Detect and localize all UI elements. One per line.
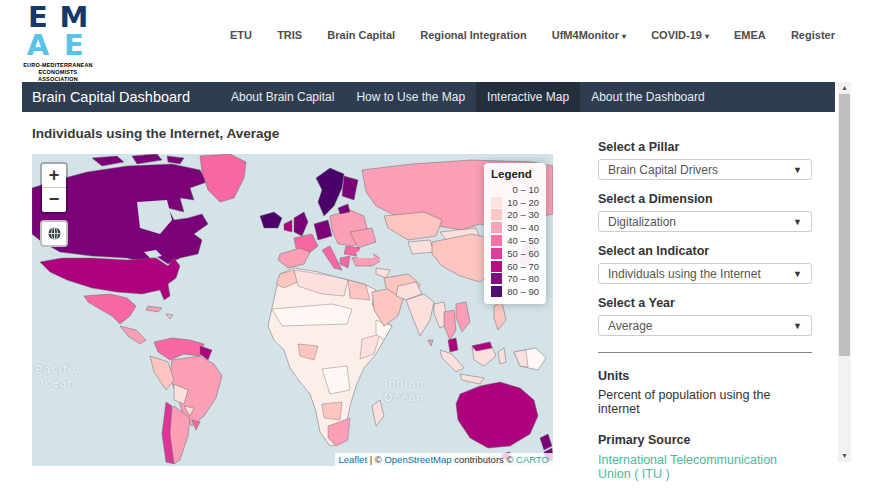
legend-entry-50-60: 50 – 60	[491, 247, 539, 260]
map-region-madagascar[interactable]	[372, 400, 384, 426]
dash-nav-interactive-map[interactable]: Interactive Map	[476, 82, 580, 112]
dash-nav-about-the-dashboard[interactable]: About the Dashboard	[580, 82, 715, 112]
legend-swatch	[491, 197, 502, 208]
legend-entry-20-30: 20 – 30	[491, 209, 539, 222]
map-region-greenland[interactable]	[200, 154, 246, 202]
logo-caption-line2: ECONOMISTS ASSOCIATION	[20, 69, 96, 83]
primary-source-link[interactable]: International Telecommunication Union ( …	[598, 453, 812, 481]
legend-entry-70-80: 70 – 80	[491, 273, 539, 286]
map-region-malaysia[interactable]	[448, 338, 458, 352]
units-heading: Units	[598, 369, 812, 383]
map-region-india[interactable]	[406, 294, 434, 336]
top-nav-etu[interactable]: ETU	[230, 29, 252, 41]
legend-title: Legend	[491, 168, 539, 180]
map-region-iceland[interactable]	[260, 212, 282, 228]
legend-label: 10 – 20	[505, 197, 539, 208]
map-region-levant[interactable]	[376, 268, 390, 278]
top-nav-register[interactable]: Register	[791, 29, 835, 41]
map-region-egypt[interactable]	[348, 280, 370, 300]
chevron-down-icon: ▼	[793, 165, 802, 175]
frame-scrollbar[interactable]: ▲ ▼	[838, 82, 851, 462]
chevron-down-icon: ▼	[793, 269, 802, 279]
sidebar-selects: Select a PillarBrain Capital Drivers▼Sel…	[598, 140, 812, 336]
top-nav-emea[interactable]: EMEA	[734, 29, 766, 41]
top-nav-tris[interactable]: TRIS	[277, 29, 302, 41]
units-value: Percent of population using the internet	[598, 388, 812, 416]
select-select-a-year[interactable]: Average▼	[598, 315, 812, 336]
dash-nav-about-brain-capital[interactable]: About Brain Capital	[220, 82, 345, 112]
logo-letter-0: E	[20, 3, 56, 31]
map-region-italy[interactable]	[322, 246, 342, 270]
map-region-kazakhstan[interactable]	[384, 212, 442, 240]
reset-view-button[interactable]	[40, 220, 68, 247]
openstreetmap-link[interactable]: OpenStreetMap	[384, 454, 451, 465]
globe-icon	[48, 227, 61, 240]
indian-ocean-label: IndianOcean	[384, 376, 425, 404]
legend-entry-60-70: 60 – 70	[491, 260, 539, 273]
map-region-greece[interactable]	[340, 256, 350, 268]
select-select-a-pillar[interactable]: Brain Capital Drivers▼	[598, 159, 812, 180]
legend-label: 70 – 80	[505, 273, 539, 284]
black-sea	[356, 250, 374, 258]
map-region-baltics[interactable]	[338, 204, 350, 214]
map-region-sri-lanka[interactable]	[428, 340, 433, 346]
map-attribution: Leaflet | © OpenStreetMap contributors ©…	[335, 453, 553, 466]
map-region-usa[interactable]	[40, 258, 180, 300]
legend-label: 50 – 60	[505, 248, 539, 259]
legend-entry-80-90: 80 – 90	[491, 285, 539, 298]
logo-caption-line1: EURO-MEDITERRANEAN	[20, 62, 96, 69]
map-region-ireland[interactable]	[284, 220, 292, 232]
map-region-finland[interactable]	[342, 176, 358, 200]
ema-logo-caption: EURO-MEDITERRANEAN ECONOMISTS ASSOCIATIO…	[20, 62, 96, 83]
interactive-map[interactable]: PacificOcean IndianOcean + − Legend 0 – …	[32, 154, 553, 466]
carto-link[interactable]: CARTO	[516, 454, 549, 465]
map-region-namibia-botswana[interactable]	[322, 402, 342, 420]
select-select-a-dimension[interactable]: Digitalization▼	[598, 211, 812, 232]
map-region-thailand[interactable]	[444, 310, 456, 340]
scroll-up-arrow[interactable]: ▲	[838, 82, 851, 94]
legend-entry-0-10: 0 – 10	[491, 183, 539, 196]
map-region-philippines[interactable]	[494, 302, 506, 330]
map-region-vietnam-laos[interactable]	[456, 302, 470, 332]
scroll-down-arrow[interactable]: ▼	[838, 450, 851, 462]
legend-rows: 0 – 1010 – 2020 – 3030 – 4040 – 5050 – 6…	[491, 183, 539, 298]
zoom-out-button[interactable]: −	[42, 188, 66, 212]
map-region-iberia[interactable]	[278, 248, 310, 268]
scrollbar-thumb[interactable]	[839, 94, 850, 356]
top-nav-ufm4monitor[interactable]: UfM4Monitor▾	[552, 29, 626, 41]
map-region-central-asia[interactable]	[408, 240, 434, 254]
dashboard-frame: Brain Capital Dashboard About Brain Capi…	[22, 82, 835, 497]
map-region-papua[interactable]	[514, 348, 546, 370]
legend-label: 80 – 90	[505, 286, 539, 297]
select-value: Brain Capital Drivers	[608, 163, 793, 177]
logo-letter-1: M	[56, 3, 92, 31]
dash-nav-how-to-use-the-map[interactable]: How to Use the Map	[345, 82, 476, 112]
logo-letter-3: E	[56, 31, 92, 59]
legend-swatch	[491, 235, 502, 246]
caspian-sea	[380, 246, 388, 264]
primary-source-heading: Primary Source	[598, 433, 812, 447]
legend-label: 40 – 50	[505, 235, 539, 246]
top-nav-covid-19[interactable]: COVID-19▾	[651, 29, 709, 41]
legend-label: 20 – 30	[505, 209, 539, 220]
ema-logo[interactable]: EMAE EURO-MEDITERRANEAN ECONOMISTS ASSOC…	[20, 3, 96, 83]
top-nav-brain-capital[interactable]: Brain Capital	[327, 29, 395, 41]
page-title: Individuals using the Internet, Average	[32, 126, 279, 141]
map-region-uk[interactable]	[294, 212, 308, 236]
map-region-germany-benelux[interactable]	[314, 220, 332, 240]
top-nav-regional-integration[interactable]: Regional Integration	[420, 29, 526, 41]
zoom-in-button[interactable]: +	[42, 164, 66, 188]
legend-label: 60 – 70	[505, 261, 539, 272]
leaflet-link[interactable]: Leaflet	[339, 454, 368, 465]
legend-label: 0 – 10	[505, 184, 539, 195]
map-region-mexico[interactable]	[84, 294, 136, 324]
dashboard-brand[interactable]: Brain Capital Dashboard	[32, 89, 190, 105]
legend-entry-30-40: 30 – 40	[491, 221, 539, 234]
map-region-peru-ecuador[interactable]	[150, 356, 174, 390]
attribution-separator: | ©	[367, 454, 384, 465]
attribution-contributors: contributors ©	[452, 454, 517, 465]
map-region-australia[interactable]	[456, 382, 538, 448]
pacific-ocean-label: PacificOcean	[35, 362, 80, 390]
map-legend: Legend 0 – 1010 – 2020 – 3030 – 4040 – 5…	[484, 163, 546, 304]
select-select-an-indicator[interactable]: Individuals using the Internet▼	[598, 263, 812, 284]
